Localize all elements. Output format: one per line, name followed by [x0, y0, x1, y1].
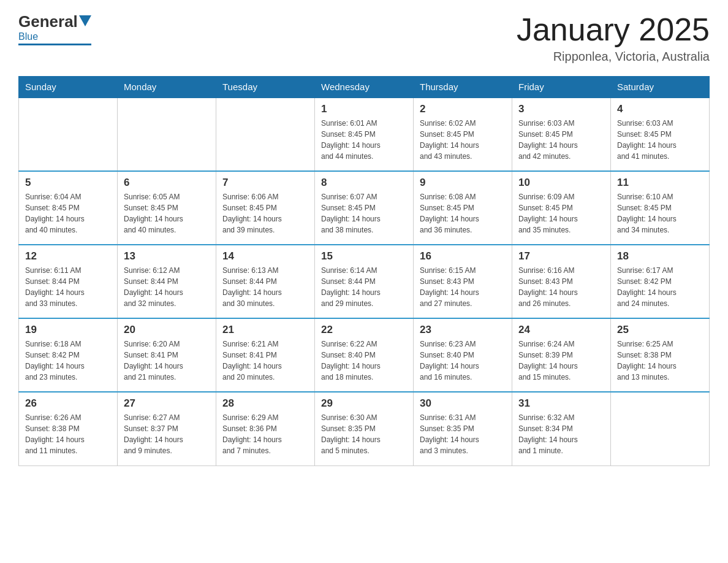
weekday-header-monday: Monday: [118, 77, 216, 98]
day-number: 2: [420, 103, 506, 115]
calendar-cell: 23Sunrise: 6:23 AMSunset: 8:40 PMDayligh…: [414, 318, 512, 392]
weekday-header-wednesday: Wednesday: [315, 77, 414, 98]
day-info: Sunrise: 6:31 AMSunset: 8:35 PMDaylight:…: [420, 412, 506, 456]
day-number: 7: [222, 177, 308, 189]
calendar-cell: [19, 98, 118, 171]
calendar-cell: 30Sunrise: 6:31 AMSunset: 8:35 PMDayligh…: [414, 392, 512, 465]
calendar-cell: 12Sunrise: 6:11 AMSunset: 8:44 PMDayligh…: [19, 245, 118, 318]
weekday-header-tuesday: Tuesday: [216, 77, 315, 98]
day-info: Sunrise: 6:04 AMSunset: 8:45 PMDaylight:…: [25, 191, 111, 236]
weekday-header-friday: Friday: [512, 77, 611, 98]
calendar-cell: 16Sunrise: 6:15 AMSunset: 8:43 PMDayligh…: [414, 245, 512, 318]
day-info: Sunrise: 6:17 AMSunset: 8:42 PMDaylight:…: [617, 265, 703, 309]
day-number: 9: [420, 177, 506, 189]
logo-general-text: General: [18, 12, 78, 31]
week-row-3: 12Sunrise: 6:11 AMSunset: 8:44 PMDayligh…: [19, 245, 710, 318]
day-info: Sunrise: 6:23 AMSunset: 8:40 PMDaylight:…: [420, 339, 506, 383]
day-info: Sunrise: 6:03 AMSunset: 8:45 PMDaylight:…: [617, 118, 703, 162]
calendar-table: SundayMondayTuesdayWednesdayThursdayFrid…: [18, 76, 710, 466]
day-number: 3: [518, 103, 604, 115]
weekday-header-sunday: Sunday: [19, 77, 118, 98]
week-row-2: 5Sunrise: 6:04 AMSunset: 8:45 PMDaylight…: [19, 171, 710, 245]
day-number: 14: [222, 250, 308, 262]
calendar-cell: 27Sunrise: 6:27 AMSunset: 8:37 PMDayligh…: [118, 392, 216, 465]
calendar-cell: 31Sunrise: 6:32 AMSunset: 8:34 PMDayligh…: [512, 392, 611, 465]
day-number: 22: [321, 324, 407, 336]
day-number: 1: [321, 103, 407, 115]
title-section: January 2025 Ripponlea, Victoria, Austra…: [517, 12, 710, 64]
weekday-header-saturday: Saturday: [611, 77, 710, 98]
calendar-cell: 8Sunrise: 6:07 AMSunset: 8:45 PMDaylight…: [315, 171, 414, 245]
day-number: 31: [518, 397, 604, 410]
day-info: Sunrise: 6:27 AMSunset: 8:37 PMDaylight:…: [124, 412, 210, 456]
calendar-cell: 24Sunrise: 6:24 AMSunset: 8:39 PMDayligh…: [512, 318, 611, 392]
calendar-cell: 29Sunrise: 6:30 AMSunset: 8:35 PMDayligh…: [315, 392, 414, 465]
calendar-cell: 11Sunrise: 6:10 AMSunset: 8:45 PMDayligh…: [611, 171, 710, 245]
day-number: 18: [617, 250, 703, 262]
day-info: Sunrise: 6:08 AMSunset: 8:45 PMDaylight:…: [420, 191, 506, 236]
day-number: 30: [420, 397, 506, 410]
day-number: 27: [124, 397, 210, 410]
calendar-cell: [216, 98, 315, 171]
day-info: Sunrise: 6:01 AMSunset: 8:45 PMDaylight:…: [321, 118, 407, 162]
day-number: 16: [420, 250, 506, 262]
calendar-cell: 9Sunrise: 6:08 AMSunset: 8:45 PMDaylight…: [414, 171, 512, 245]
day-number: 23: [420, 324, 506, 336]
day-info: Sunrise: 6:30 AMSunset: 8:35 PMDaylight:…: [321, 412, 407, 456]
calendar-cell: 28Sunrise: 6:29 AMSunset: 8:36 PMDayligh…: [216, 392, 315, 465]
day-info: Sunrise: 6:03 AMSunset: 8:45 PMDaylight:…: [518, 118, 604, 162]
calendar-cell: 14Sunrise: 6:13 AMSunset: 8:44 PMDayligh…: [216, 245, 315, 318]
logo-triangle-icon: [79, 15, 91, 26]
day-info: Sunrise: 6:29 AMSunset: 8:36 PMDaylight:…: [222, 412, 308, 456]
day-number: 24: [518, 324, 604, 336]
day-number: 19: [25, 324, 111, 336]
calendar-cell: 15Sunrise: 6:14 AMSunset: 8:44 PMDayligh…: [315, 245, 414, 318]
calendar-cell: 2Sunrise: 6:02 AMSunset: 8:45 PMDaylight…: [414, 98, 512, 171]
logo-blue-text: Blue: [18, 31, 38, 42]
day-number: 29: [321, 397, 407, 410]
calendar-cell: 20Sunrise: 6:20 AMSunset: 8:41 PMDayligh…: [118, 318, 216, 392]
calendar-cell: 25Sunrise: 6:25 AMSunset: 8:38 PMDayligh…: [611, 318, 710, 392]
day-number: 11: [617, 177, 703, 189]
day-number: 26: [25, 397, 111, 410]
day-number: 21: [222, 324, 308, 336]
day-info: Sunrise: 6:13 AMSunset: 8:44 PMDaylight:…: [222, 265, 308, 309]
calendar-cell: 17Sunrise: 6:16 AMSunset: 8:43 PMDayligh…: [512, 245, 611, 318]
calendar-cell: 21Sunrise: 6:21 AMSunset: 8:41 PMDayligh…: [216, 318, 315, 392]
calendar-cell: 3Sunrise: 6:03 AMSunset: 8:45 PMDaylight…: [512, 98, 611, 171]
day-info: Sunrise: 6:20 AMSunset: 8:41 PMDaylight:…: [124, 339, 210, 383]
day-info: Sunrise: 6:10 AMSunset: 8:45 PMDaylight:…: [617, 191, 703, 236]
day-info: Sunrise: 6:16 AMSunset: 8:43 PMDaylight:…: [518, 265, 604, 309]
week-row-4: 19Sunrise: 6:18 AMSunset: 8:42 PMDayligh…: [19, 318, 710, 392]
day-number: 4: [617, 103, 703, 115]
day-info: Sunrise: 6:15 AMSunset: 8:43 PMDaylight:…: [420, 265, 506, 309]
calendar-cell: 13Sunrise: 6:12 AMSunset: 8:44 PMDayligh…: [118, 245, 216, 318]
week-row-5: 26Sunrise: 6:26 AMSunset: 8:38 PMDayligh…: [19, 392, 710, 465]
day-number: 12: [25, 250, 111, 262]
logo: General Blue: [18, 12, 91, 45]
calendar-cell: 6Sunrise: 6:05 AMSunset: 8:45 PMDaylight…: [118, 171, 216, 245]
day-info: Sunrise: 6:12 AMSunset: 8:44 PMDaylight:…: [124, 265, 210, 309]
day-info: Sunrise: 6:21 AMSunset: 8:41 PMDaylight:…: [222, 339, 308, 383]
day-info: Sunrise: 6:05 AMSunset: 8:45 PMDaylight:…: [124, 191, 210, 236]
calendar-title: January 2025: [517, 12, 710, 47]
day-info: Sunrise: 6:26 AMSunset: 8:38 PMDaylight:…: [25, 412, 111, 456]
day-info: Sunrise: 6:18 AMSunset: 8:42 PMDaylight:…: [25, 339, 111, 383]
calendar-subtitle: Ripponlea, Victoria, Australia: [517, 50, 710, 64]
day-number: 28: [222, 397, 308, 410]
calendar-cell: 5Sunrise: 6:04 AMSunset: 8:45 PMDaylight…: [19, 171, 118, 245]
week-row-1: 1Sunrise: 6:01 AMSunset: 8:45 PMDaylight…: [19, 98, 710, 171]
day-info: Sunrise: 6:07 AMSunset: 8:45 PMDaylight:…: [321, 191, 407, 236]
day-number: 17: [518, 250, 604, 262]
calendar-cell: [611, 392, 710, 465]
day-info: Sunrise: 6:06 AMSunset: 8:45 PMDaylight:…: [222, 191, 308, 236]
calendar-cell: 22Sunrise: 6:22 AMSunset: 8:40 PMDayligh…: [315, 318, 414, 392]
day-number: 5: [25, 177, 111, 189]
day-info: Sunrise: 6:02 AMSunset: 8:45 PMDaylight:…: [420, 118, 506, 162]
calendar-cell: 18Sunrise: 6:17 AMSunset: 8:42 PMDayligh…: [611, 245, 710, 318]
day-number: 25: [617, 324, 703, 336]
day-info: Sunrise: 6:24 AMSunset: 8:39 PMDaylight:…: [518, 339, 604, 383]
day-number: 6: [124, 177, 210, 189]
calendar-cell: [118, 98, 216, 171]
day-number: 15: [321, 250, 407, 262]
